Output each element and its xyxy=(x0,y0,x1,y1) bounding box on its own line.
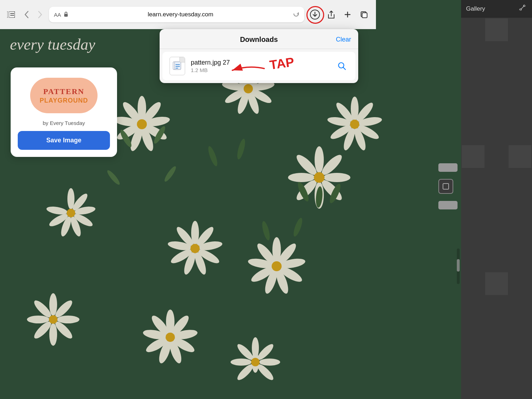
tabs-button[interactable] xyxy=(356,7,372,22)
file-search-button[interactable] xyxy=(336,60,348,72)
svg-point-22 xyxy=(244,84,253,93)
pattern-logo-inner: PATTERN PLAYGROUND xyxy=(30,78,98,113)
downloads-item: pattern.jpg 27 1.2 MB xyxy=(162,52,355,80)
new-tab-button[interactable] xyxy=(340,7,355,22)
save-image-button[interactable]: Save Image xyxy=(18,131,110,150)
right-panel: Gallery xyxy=(461,0,532,399)
svg-point-101 xyxy=(259,359,280,366)
svg-rect-119 xyxy=(362,13,367,18)
svg-point-105 xyxy=(231,359,252,366)
pattern-playground-card: PATTERN PLAYGROUND by Every Tuesday Save… xyxy=(11,67,117,157)
grid-cell xyxy=(509,145,531,168)
nav-buttons xyxy=(21,9,46,21)
scrollbar-thumb[interactable] xyxy=(457,259,460,272)
svg-point-23 xyxy=(315,146,324,173)
svg-point-54 xyxy=(272,261,282,271)
panel-controls xyxy=(438,163,458,209)
svg-rect-128 xyxy=(443,184,449,189)
grid-cell xyxy=(462,145,484,168)
file-info: pattern.jpg 27 1.2 MB xyxy=(191,59,330,73)
svg-line-126 xyxy=(343,67,346,70)
svg-point-98 xyxy=(166,333,175,342)
pattern-logo-text1: PATTERN xyxy=(43,87,84,96)
right-panel-header: Gallery xyxy=(461,0,532,18)
svg-point-44 xyxy=(190,244,200,253)
svg-point-88 xyxy=(49,315,57,324)
reload-button[interactable] xyxy=(293,11,299,19)
browser-chrome: AA learn.every-tuesday.com xyxy=(0,0,376,29)
gallery-label[interactable]: Gallery xyxy=(466,5,485,12)
svg-point-73 xyxy=(350,120,359,129)
svg-rect-112 xyxy=(64,14,68,17)
scrollbar-track xyxy=(457,248,460,284)
forward-button[interactable] xyxy=(34,9,46,21)
downloads-title: Downloads xyxy=(240,35,278,44)
right-panel-grid xyxy=(461,18,532,399)
grid-cell xyxy=(485,272,508,295)
url-text: learn.every-tuesday.com xyxy=(71,11,290,18)
file-name: pattern.jpg 27 xyxy=(191,59,330,66)
file-icon xyxy=(170,57,185,75)
toolbar-buttons xyxy=(307,7,372,22)
wrench-icon[interactable] xyxy=(519,4,527,14)
share-button[interactable] xyxy=(323,7,339,22)
svg-point-80 xyxy=(49,293,57,316)
svg-point-107 xyxy=(251,358,260,366)
grid-cell xyxy=(509,18,531,41)
grid-cell xyxy=(462,272,484,295)
downloads-header: Downloads Clear xyxy=(160,29,358,49)
lock-icon xyxy=(64,11,68,18)
grid-cell xyxy=(462,18,484,41)
address-bar[interactable]: AA learn.every-tuesday.com xyxy=(49,7,304,22)
panel-control-square[interactable] xyxy=(438,179,453,194)
pattern-by-text: by Every Tuesday xyxy=(43,120,85,126)
svg-point-31 xyxy=(314,172,325,183)
svg-rect-109 xyxy=(7,11,10,18)
downloads-clear-button[interactable]: Clear xyxy=(336,36,351,43)
svg-point-10 xyxy=(137,119,147,129)
svg-point-29 xyxy=(288,173,315,182)
panel-control-1[interactable] xyxy=(438,163,458,172)
pattern-logo: PATTERN PLAYGROUND xyxy=(28,76,99,115)
back-button[interactable] xyxy=(21,9,33,21)
site-logo: every tuesday xyxy=(10,35,95,54)
svg-point-84 xyxy=(49,323,57,346)
pattern-logo-text2: PLAYGROUND xyxy=(40,97,88,104)
panel-control-2[interactable] xyxy=(438,201,458,209)
aa-button[interactable]: AA xyxy=(54,12,61,18)
downloads-panel: Downloads Clear pattern.jpg 27 1.2 MB xyxy=(160,29,358,83)
svg-point-63 xyxy=(67,209,75,217)
download-button[interactable] xyxy=(307,7,323,22)
file-size: 1.2 MB xyxy=(191,67,330,73)
svg-point-82 xyxy=(57,316,79,323)
grid-cell xyxy=(485,145,508,168)
svg-point-86 xyxy=(27,316,50,323)
grid-cell xyxy=(485,18,508,41)
svg-point-25 xyxy=(323,173,350,182)
grid-cell xyxy=(509,272,531,295)
sidebar-toggle-btn[interactable] xyxy=(4,8,18,21)
